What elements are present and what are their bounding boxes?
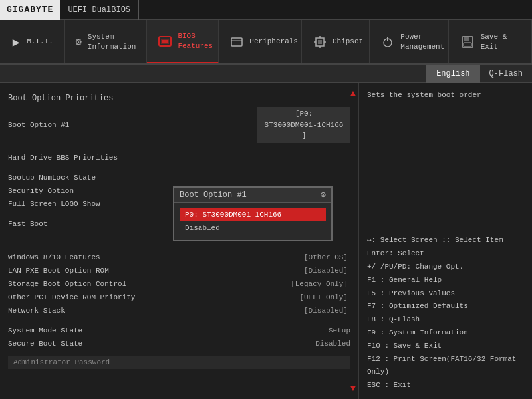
tab-mit[interactable]: ▶ M.I.T. [0,20,65,63]
key-help-line-6: F7 : Optimized Defaults [367,300,524,313]
svg-rect-3 [231,38,242,46]
storage-boot-label: Storage Boot Option Control [8,280,126,288]
key-help: ↔: Select Screen ↕: Select Item Enter: S… [367,234,524,392]
secure-boot-label: Secure Boot State [8,340,82,348]
hard-drive-bbs-label: Hard Drive BBS Priorities [8,154,118,162]
boot-option-priorities-header: Boot Option Priorities [8,94,350,103]
qflash-button[interactable]: Q-Flash [479,65,532,83]
system-mode-value: Setup [329,327,350,334]
nav-tabs: ▶ M.I.T. ⚙ SystemInformation BIOSFeature… [0,20,532,65]
tab-system-info[interactable]: ⚙ SystemInformation [65,20,148,63]
storage-boot-row[interactable]: Storage Boot Option Control [Legacy Only… [8,277,350,291]
hard-drive-bbs-row[interactable]: Hard Drive BBS Priorities [8,151,350,164]
boot-option-1-label: Boot Option #1 [8,121,69,129]
storage-boot-value: [Legacy Only] [288,279,350,289]
modal-option-disabled[interactable]: Disabled [180,221,326,235]
svg-rect-2 [162,40,168,43]
other-pci-row[interactable]: Other PCI Device ROM Priority [UEFI Only… [8,291,350,304]
key-help-line-7: F8 : Q-Flash [367,313,524,327]
key-help-line-1: ↔: Select Screen ↕: Select Item [367,234,524,247]
power-icon [380,33,395,51]
language-button[interactable]: English [426,65,479,83]
network-stack-row[interactable]: Network Stack [Disabled] [8,304,350,317]
boot-option-1-value: [P0: ST3000DM001-1CH166 ] [257,107,350,143]
scroll-up-arrow[interactable]: ▲ [348,88,358,99]
system-mode-label: System Mode State [8,327,82,334]
uefi-label: UEFI DualBIOS [60,0,139,20]
network-stack-label: Network Stack [8,307,65,315]
modal-option-drive[interactable]: P0: ST3000DM001-1CH166 [180,208,326,221]
modal-title: Boot Option #1 [180,190,247,200]
tab-power-label: PowerManagement [400,32,444,51]
admin-password-row[interactable]: Administrator Password [8,356,350,369]
tab-bios-features[interactable]: BIOSFeatures [147,20,219,63]
gear-icon: ⚙ [75,33,82,51]
key-help-line-2: Enter: Select [367,247,524,261]
modal-body: P0: ST3000DM001-1CH166 Disabled [174,203,331,240]
svg-rect-14 [464,37,469,41]
tab-save-exit[interactable]: Save & Exit [449,20,532,63]
bootup-numlock-label: Bootup NumLock State [8,174,96,182]
boot-option-modal: Boot Option #1 ⊗ P0: ST3000DM001-1CH166 … [173,186,332,241]
peripherals-icon [229,33,244,51]
bios-icon [158,32,172,51]
key-help-line-10: F12 : Print Screen(FAT16/32 Format Only) [367,353,524,380]
save-icon [460,33,475,51]
other-pci-label: Other PCI Device ROM Priority [8,293,135,301]
key-help-line-5: F5 : Previous Values [367,287,524,301]
mit-icon: ▶ [11,33,21,51]
tab-bios-features-label: BIOSFeatures [178,31,213,51]
lan-pxe-label: LAN PXE Boot Option ROM [8,267,109,275]
tab-chipset[interactable]: Chipset [302,20,370,63]
key-help-line-4: F1 : General Help [367,274,524,287]
modal-close-button[interactable]: ⊗ [321,190,326,200]
key-help-line-8: F9 : System Information [367,327,524,340]
windows-810-row[interactable]: Windows 8/10 Features [Other OS] [8,251,350,264]
secure-boot-row: Secure Boot State Disabled [8,337,350,350]
full-screen-logo-label: Full Screen LOGO Show [8,200,100,208]
gigabyte-logo: GIGABYTE [0,0,60,20]
utility-bar: English Q-Flash [0,65,532,83]
key-help-line-3: +/-/PU/PD: Change Opt. [367,261,524,274]
lan-pxe-row[interactable]: LAN PXE Boot Option ROM [Disabled] [8,264,350,277]
main-content: ▲ Boot Option Priorities Boot Option #1 … [0,83,532,399]
chipset-icon [313,33,327,51]
system-mode-row: System Mode State Setup [8,324,350,337]
windows-810-label: Windows 8/10 Features [8,253,100,261]
left-panel: ▲ Boot Option Priorities Boot Option #1 … [0,83,359,399]
scroll-down-arrow[interactable]: ▼ [348,383,358,394]
right-panel: Sets the system boot order ↔: Select Scr… [359,83,532,399]
tab-save-exit-label: Save & Exit [481,32,521,51]
other-pci-value: [UEFI Only] [297,293,350,302]
tab-peripherals[interactable]: Peripherals [219,20,302,63]
tab-power[interactable]: PowerManagement [370,20,449,63]
lan-pxe-value: [Disabled] [301,266,350,275]
help-text: Sets the system boot order [367,90,524,102]
tab-chipset-label: Chipset [332,37,363,46]
key-help-line-9: F10 : Save & Exit [367,340,524,353]
security-option-label: Security Option [8,187,74,195]
fast-boot-label: Fast Boot [8,220,47,228]
secure-boot-value: Disabled [315,340,350,348]
header: GIGABYTE UEFI DualBIOS [0,0,532,20]
network-stack-value: [Disabled] [301,306,350,315]
boot-option-1-row[interactable]: Boot Option #1 [P0: ST3000DM001-1CH166 ] [8,106,350,144]
svg-rect-15 [464,43,471,47]
tab-system-info-label: SystemInformation [88,32,136,51]
bootup-numlock-row[interactable]: Bootup NumLock State [8,171,350,184]
svg-rect-6 [318,40,322,44]
tab-peripherals-label: Peripherals [249,37,298,46]
windows-810-value: [Other OS] [301,253,350,262]
modal-titlebar: Boot Option #1 ⊗ [174,188,331,203]
key-help-line-11: ESC : Exit [367,379,524,392]
tab-mit-label: M.I.T. [27,37,53,46]
